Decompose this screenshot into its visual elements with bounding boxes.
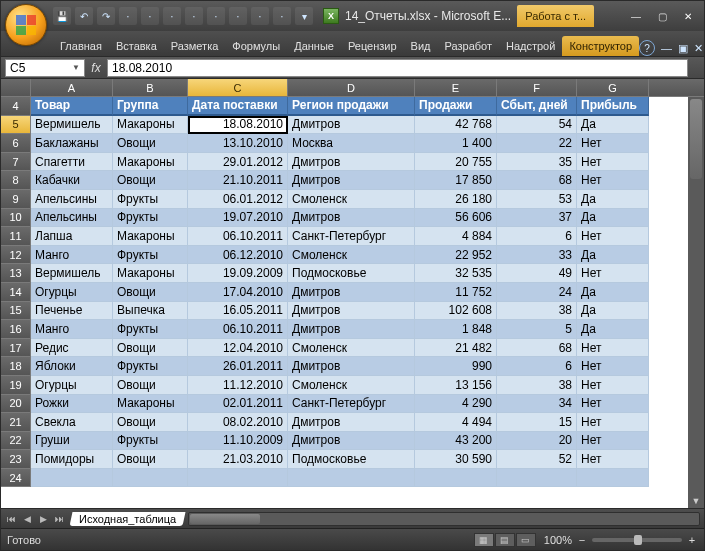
col-header-D[interactable]: D [288,79,415,96]
cell[interactable]: 06.01.2012 [188,190,288,209]
cell[interactable] [577,469,649,488]
cell[interactable] [415,469,497,488]
col-header-A[interactable]: A [31,79,113,96]
cell[interactable]: Нет [577,339,649,358]
cell[interactable]: Смоленск [288,190,415,209]
cell[interactable]: 19.07.2010 [188,209,288,228]
sheet-nav-next-icon[interactable]: ▶ [35,514,51,524]
name-box-dropdown-icon[interactable]: ▼ [72,63,80,72]
close-button[interactable]: ✕ [676,7,700,25]
view-page-break-icon[interactable]: ▭ [516,533,536,547]
formula-input[interactable]: 18.08.2010 [107,59,688,77]
row-header[interactable]: 9 [1,190,31,209]
cell[interactable]: Подмосковье [288,450,415,469]
cell[interactable]: Да [577,320,649,339]
cell[interactable]: 990 [415,357,497,376]
col-header-E[interactable]: E [415,79,497,96]
cell[interactable]: Кабачки [31,171,113,190]
qat-btn-10[interactable]: · [251,7,269,25]
cell[interactable]: 49 [497,264,577,283]
cell[interactable]: Да [577,302,649,321]
cell[interactable]: Нет [577,432,649,451]
table-header-cell[interactable]: Группа [113,97,188,116]
row-header[interactable]: 23 [1,450,31,469]
cell[interactable] [288,469,415,488]
cell[interactable]: 4 884 [415,227,497,246]
zoom-out-icon[interactable]: − [576,534,588,546]
cell[interactable]: Дмитров [288,413,415,432]
cell[interactable]: 24 [497,283,577,302]
cell[interactable]: Нет [577,376,649,395]
qat-btn-7[interactable]: · [185,7,203,25]
cell[interactable]: Вермишель [31,264,113,283]
cell[interactable]: 35 [497,153,577,172]
cell[interactable]: Нет [577,171,649,190]
ribbon-tab-developer[interactable]: Разработ [438,36,499,56]
table-header-cell[interactable]: Регион продажи [288,97,415,116]
cell[interactable]: Выпечка [113,302,188,321]
sheet-tab-active[interactable]: Исходная_таблица [70,512,186,526]
cell[interactable]: 37 [497,209,577,228]
cell[interactable]: Овощи [113,283,188,302]
name-box[interactable]: C5 ▼ [5,59,85,77]
cell[interactable]: 6 [497,227,577,246]
cell[interactable]: Апельсины [31,190,113,209]
view-page-layout-icon[interactable]: ▤ [495,533,515,547]
cell[interactable]: Да [577,283,649,302]
cell[interactable]: Фрукты [113,246,188,265]
cell[interactable]: Вермишель [31,116,113,135]
horizontal-scrollbar[interactable] [188,512,700,526]
cell[interactable]: 22 [497,134,577,153]
cell[interactable]: Овощи [113,413,188,432]
row-header[interactable]: 16 [1,320,31,339]
cell[interactable]: 13 156 [415,376,497,395]
table-header-cell[interactable]: Товар [31,97,113,116]
workbook-close-icon[interactable]: ✕ [694,42,703,55]
cell[interactable]: Смоленск [288,376,415,395]
table-header-cell[interactable]: Продажи [415,97,497,116]
cell[interactable]: Нет [577,357,649,376]
cell[interactable]: 21.10.2011 [188,171,288,190]
ribbon-tab-formulas[interactable]: Формулы [225,36,287,56]
ribbon-tab-review[interactable]: Рецензир [341,36,404,56]
ribbon-tab-home[interactable]: Главная [53,36,109,56]
cell[interactable]: 30 590 [415,450,497,469]
row-header[interactable]: 4 [1,97,31,116]
qat-btn-4[interactable]: · [119,7,137,25]
cell[interactable]: 11 752 [415,283,497,302]
cell[interactable]: Рожки [31,395,113,414]
cell[interactable]: 52 [497,450,577,469]
cell[interactable]: Овощи [113,339,188,358]
maximize-button[interactable]: ▢ [650,7,674,25]
row-header[interactable]: 10 [1,209,31,228]
cell[interactable]: 06.10.2011 [188,227,288,246]
row-header[interactable]: 21 [1,413,31,432]
cell[interactable]: 6 [497,357,577,376]
cell[interactable]: 4 290 [415,395,497,414]
row-header[interactable]: 19 [1,376,31,395]
cell[interactable]: Да [577,190,649,209]
cell[interactable]: 4 494 [415,413,497,432]
cell[interactable]: 02.01.2011 [188,395,288,414]
cell[interactable]: Дмитров [288,302,415,321]
cell[interactable]: 102 608 [415,302,497,321]
cell[interactable]: 1 848 [415,320,497,339]
cell[interactable]: 20 755 [415,153,497,172]
cell[interactable]: 11.10.2009 [188,432,288,451]
cell[interactable]: Да [577,116,649,135]
row-header[interactable]: 24 [1,469,31,488]
zoom-level[interactable]: 100% [544,534,572,546]
cell[interactable]: 20 [497,432,577,451]
cell[interactable]: Овощи [113,134,188,153]
help-icon[interactable]: ? [639,40,655,56]
row-header[interactable]: 22 [1,432,31,451]
cell[interactable]: 54 [497,116,577,135]
cell[interactable]: 38 [497,376,577,395]
cell[interactable] [113,469,188,488]
row-header[interactable]: 13 [1,264,31,283]
cell[interactable]: Фрукты [113,190,188,209]
cell[interactable]: Нет [577,395,649,414]
ribbon-tab-addins[interactable]: Надстрой [499,36,562,56]
cell[interactable]: 53 [497,190,577,209]
sheet-nav-first-icon[interactable]: ⏮ [3,514,19,524]
